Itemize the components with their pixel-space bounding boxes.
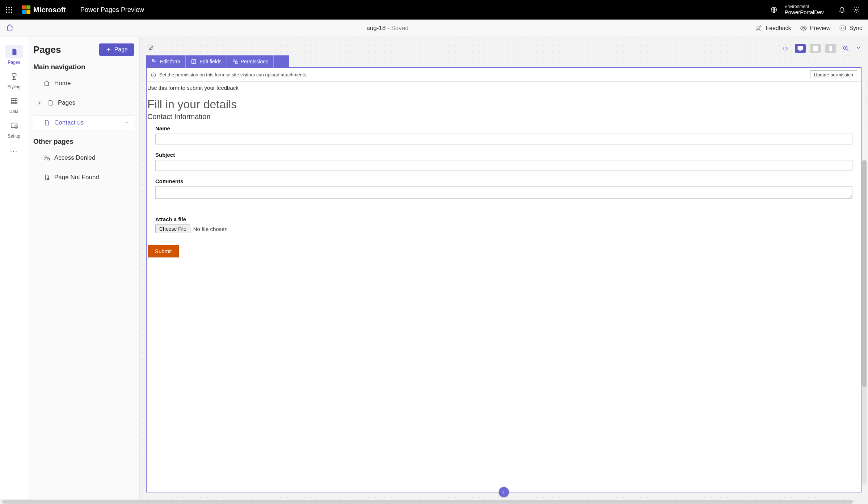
feedback-label: Feedback [766,25,791,32]
environment-picker[interactable]: Environment PowerPortalDev [767,3,824,17]
microsoft-logo-label: Microsoft [33,6,66,14]
document-status: - Saved [385,25,408,32]
nav-home[interactable]: Home [33,76,134,91]
name-input[interactable] [155,134,852,144]
svg-rect-26 [152,61,154,62]
plus-icon [106,47,111,52]
sync-button[interactable]: Sync [839,25,862,32]
sync-icon [839,25,846,32]
feedback-icon [755,25,763,32]
mobile-view-button[interactable] [825,44,836,53]
home-button[interactable] [6,24,14,33]
preview-button[interactable]: Preview [800,25,831,32]
name-label: Name [155,125,852,131]
rail-pages[interactable]: Pages [0,43,28,67]
feedback-button[interactable]: Feedback [755,25,791,32]
form-toolbar-more[interactable]: ··· [273,55,289,68]
notice-text: Set the permission on this form so site … [159,72,308,77]
file-status: No file chosen [193,226,228,232]
settings-button[interactable] [849,3,864,17]
rail-data[interactable]: Data [0,92,28,117]
gear-icon [853,6,860,13]
horizontal-scrollbar[interactable] [0,499,868,504]
svg-point-6 [6,12,7,13]
section-main-nav: Main navigation [33,63,134,71]
permissions-button[interactable]: Permissions [227,55,273,68]
svg-point-2 [11,7,12,8]
microsoft-logo[interactable]: Microsoft [22,5,66,14]
command-bar: aug-18 - Saved Feedback Preview Sync [0,20,868,37]
edit-fields-button[interactable]: Edit fields [185,55,227,68]
svg-point-5 [11,9,12,10]
arrow-diagonal-icon [148,45,154,51]
form-component[interactable]: Edit form Edit fields Permissions ··· [146,67,861,492]
subject-input[interactable] [155,160,852,171]
workspace: Pages Styling Data Set up ··· Pages Page… [0,37,868,499]
add-page-button[interactable]: Page [99,43,134,56]
edit-form-button[interactable]: Edit form [146,55,185,68]
svg-point-10 [856,9,858,11]
environment-label: Environment [785,4,824,9]
waffle-icon [5,6,13,13]
nav-item-more[interactable]: ··· [125,119,131,126]
resize-handle[interactable] [146,43,156,54]
globe-icon [767,3,781,17]
rail-styling-label: Styling [7,84,20,89]
left-rail: Pages Styling Data Set up ··· [0,37,28,499]
global-header: Microsoft Power Pages Preview Environmen… [0,0,868,20]
notifications-button[interactable] [835,3,849,17]
microsoft-logo-icon [22,5,30,14]
desktop-view-button[interactable] [795,44,806,53]
rail-styling[interactable]: Styling [0,67,28,92]
edit-form-label: Edit form [160,59,180,64]
form-icon [151,59,157,64]
svg-point-11 [757,26,759,28]
svg-rect-13 [840,26,846,30]
svg-rect-23 [830,46,832,51]
pages-panel: Pages Page Main navigation Home Pages Co… [28,37,140,499]
zoom-dropdown[interactable] [856,45,861,52]
lock-icon [232,59,238,64]
svg-point-28 [233,60,235,62]
form-context-toolbar: Edit form Edit fields Permissions ··· [146,55,289,68]
page-icon [47,100,54,106]
nav-pages-label: Pages [58,99,75,106]
choose-file-button[interactable]: Choose File [155,224,190,233]
field-name: Name [147,123,861,150]
svg-rect-15 [11,98,17,104]
zoom-button[interactable] [840,44,851,53]
comments-input[interactable] [155,186,852,199]
nav-access-denied[interactable]: Access Denied [33,151,134,165]
add-section-button[interactable] [499,487,509,497]
nav-pages[interactable]: Pages [33,96,134,110]
nav-not-found[interactable]: Page Not Found [33,170,134,185]
app-title: Power Pages Preview [80,6,144,14]
rail-setup[interactable]: Set up [0,117,28,141]
rail-more[interactable]: ··· [0,144,28,159]
svg-rect-19 [47,158,50,160]
scrollbar-thumb[interactable] [862,160,867,387]
svg-rect-14 [12,74,16,76]
field-attach: Attach a file Choose File No file chosen [147,205,861,238]
chevron-down-icon [856,45,861,51]
edit-fields-label: Edit fields [199,59,222,64]
rail-data-label: Data [9,109,18,114]
nav-not-found-label: Page Not Found [54,174,99,181]
canvas-vertical-scrollbar[interactable] [862,160,867,484]
svg-point-0 [6,7,7,8]
panel-title: Pages [33,44,61,55]
info-icon [151,72,156,78]
submit-button[interactable]: Submit [148,245,179,257]
code-view-button[interactable] [780,44,791,53]
app-launcher[interactable] [0,0,18,20]
update-permission-button[interactable]: Update permission [810,70,857,79]
tablet-view-button[interactable] [810,44,821,53]
home-icon [43,80,50,87]
bell-icon [838,6,846,13]
tablet-icon [812,45,819,52]
svg-point-18 [45,156,47,158]
page-icon [10,48,18,56]
nav-contact-us[interactable]: Contact us ··· [33,115,134,130]
field-comments: Comments [147,176,861,205]
scrollbar-thumb[interactable] [2,500,853,504]
